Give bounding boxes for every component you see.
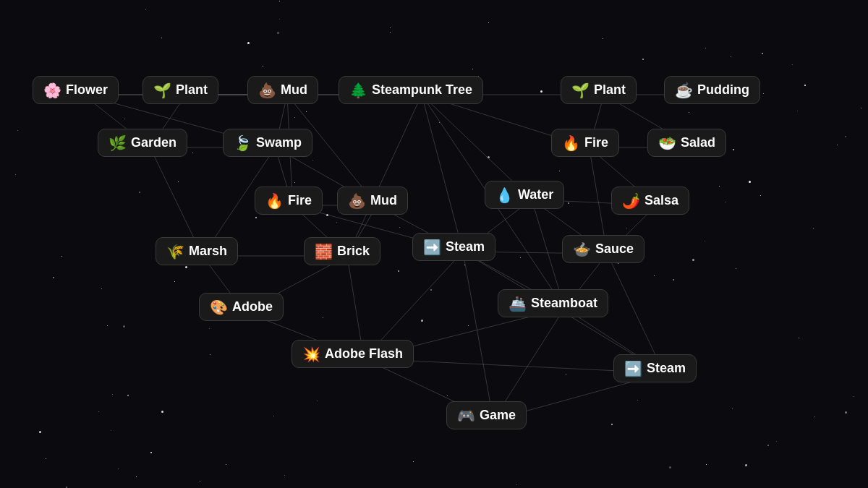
brick-emoji: 🧱 — [315, 244, 333, 259]
salad-emoji: 🥗 — [658, 136, 676, 150]
plant1-emoji: 🌱 — [153, 83, 171, 98]
salsa-label: Salsa — [644, 193, 678, 208]
node-swamp[interactable]: 🍃Swamp — [223, 129, 312, 157]
swamp-emoji: 🍃 — [234, 136, 252, 150]
game-emoji: 🎮 — [457, 408, 475, 423]
node-salad[interactable]: 🥗Salad — [647, 129, 726, 157]
node-steam1[interactable]: ➡️Steam — [412, 233, 495, 261]
pudding-label: Pudding — [697, 82, 749, 98]
node-marsh[interactable]: 🌾Marsh — [156, 237, 238, 265]
node-steam2[interactable]: ➡️Steam — [613, 354, 697, 382]
plant1-label: Plant — [176, 82, 208, 98]
swamp-label: Swamp — [256, 135, 302, 150]
fire2-label: Fire — [288, 193, 312, 208]
water-label: Water — [518, 187, 553, 202]
steamboat-label: Steamboat — [531, 296, 597, 311]
steampunk-tree-label: Steampunk Tree — [372, 82, 472, 98]
node-fire1[interactable]: 🔥Fire — [551, 129, 619, 157]
salsa-emoji: 🌶️ — [622, 194, 640, 208]
plant2-emoji: 🌱 — [571, 83, 590, 98]
fire2-emoji: 🔥 — [265, 194, 284, 208]
flower-label: Flower — [66, 82, 108, 98]
brick-label: Brick — [337, 244, 370, 259]
fire1-emoji: 🔥 — [562, 136, 580, 150]
sauce-emoji: 🍲 — [573, 242, 591, 257]
mud1-emoji: 💩 — [258, 83, 276, 98]
steam2-emoji: ➡️ — [624, 361, 642, 376]
node-mud2[interactable]: 💩Mud — [337, 187, 408, 215]
mud2-emoji: 💩 — [348, 194, 366, 208]
flower-emoji: 🌸 — [43, 83, 61, 98]
node-sauce[interactable]: 🍲Sauce — [562, 235, 644, 263]
adobe-flash-label: Adobe Flash — [325, 346, 403, 361]
mud2-label: Mud — [370, 193, 397, 208]
steampunk-tree-emoji: 🌲 — [349, 83, 367, 98]
marsh-label: Marsh — [189, 244, 227, 259]
node-fire2[interactable]: 🔥Fire — [255, 187, 323, 215]
svg-line-41 — [463, 252, 493, 420]
node-water[interactable]: 💧Water — [485, 181, 564, 209]
node-garden[interactable]: 🌿Garden — [98, 129, 187, 157]
node-plant2[interactable]: 🌱Plant — [561, 76, 637, 104]
adobe-label: Adobe — [232, 299, 273, 314]
steam2-label: Steam — [647, 361, 686, 376]
garden-label: Garden — [131, 135, 176, 150]
node-adobe-flash[interactable]: 💥Adobe Flash — [292, 340, 414, 368]
fire1-label: Fire — [584, 135, 608, 150]
node-steampunk-tree[interactable]: 🌲Steampunk Tree — [339, 76, 483, 104]
game-label: Game — [480, 408, 516, 423]
salad-label: Salad — [681, 135, 715, 150]
plant2-label: Plant — [594, 82, 626, 98]
node-game[interactable]: 🎮Game — [446, 401, 527, 429]
node-flower[interactable]: 🌸Flower — [33, 76, 119, 104]
svg-line-14 — [422, 95, 463, 252]
water-emoji: 💧 — [495, 188, 514, 202]
steam1-label: Steam — [446, 239, 485, 254]
sauce-label: Sauce — [595, 241, 634, 257]
node-steamboat[interactable]: 🚢Steamboat — [498, 289, 608, 317]
steam1-emoji: ➡️ — [423, 240, 441, 254]
marsh-emoji: 🌾 — [166, 244, 184, 259]
adobe-emoji: 🎨 — [210, 300, 228, 314]
garden-emoji: 🌿 — [109, 136, 127, 150]
node-salsa[interactable]: 🌶️Salsa — [611, 187, 689, 215]
node-mud1[interactable]: 💩Mud — [247, 76, 318, 104]
node-plant1[interactable]: 🌱Plant — [142, 76, 218, 104]
svg-line-15 — [347, 95, 422, 256]
steamboat-emoji: 🚢 — [509, 296, 527, 311]
adobe-flash-emoji: 💥 — [302, 347, 320, 361]
node-adobe[interactable]: 🎨Adobe — [199, 293, 284, 321]
node-brick[interactable]: 🧱Brick — [304, 237, 380, 265]
node-pudding[interactable]: ☕Pudding — [664, 76, 760, 104]
pudding-emoji: ☕ — [675, 83, 693, 98]
mud1-label: Mud — [281, 82, 307, 98]
